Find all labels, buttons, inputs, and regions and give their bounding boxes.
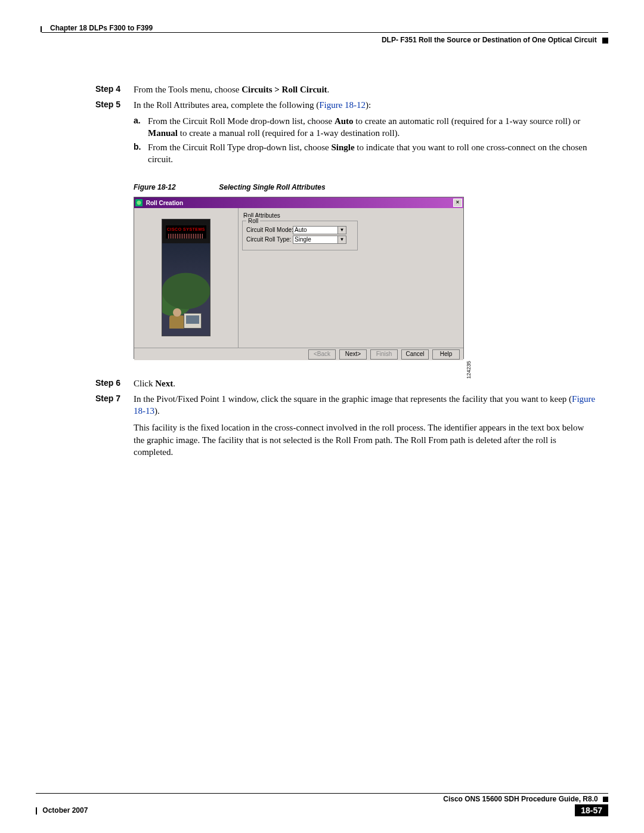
wizard-person: [168, 302, 203, 332]
step-6-body: Click Next.: [134, 377, 596, 389]
step-5a-t1: From the Circuit Roll Mode drop-down lis…: [148, 116, 335, 126]
footer-guide-text: Cisco ONS 15600 SDH Procedure Guide, R8.…: [443, 795, 597, 803]
step-5-text-b: ):: [366, 100, 371, 110]
step-4-bold: Circuits > Roll Circuit: [242, 85, 327, 94]
step-4-text-a: From the Tools menu, choose: [134, 85, 242, 94]
step-6-bold: Next: [155, 379, 173, 388]
step-7-t2: ).: [154, 406, 160, 416]
cancel-button[interactable]: Cancel: [401, 349, 429, 360]
roll-attributes-label: Roll Attributes: [243, 212, 461, 220]
page-content: Step 4 From the Tools menu, choose Circu…: [95, 83, 596, 458]
roll-type-value: Single: [293, 236, 338, 244]
footer-rule: [36, 793, 608, 794]
roll-type-row: Circuit Roll Type: Single ▼: [246, 236, 354, 244]
step-5b-body: From the Circuit Roll Type drop-down lis…: [148, 141, 596, 166]
page-number: 18-57: [575, 804, 608, 816]
step-5a-t3: to create a manual roll (required for a …: [178, 128, 400, 138]
back-button[interactable]: <Back: [308, 349, 336, 360]
step-6-label: Step 6: [95, 377, 134, 389]
dialog-icon: [135, 199, 143, 206]
footer-square-icon: [603, 797, 608, 802]
step-5a-b1: Auto: [335, 116, 354, 126]
figure-18-12: Roll Creation × CISCO SYSTEMS: [134, 197, 469, 361]
footer-tick: [36, 807, 37, 815]
header-tick: [41, 26, 42, 32]
roll-mode-row: Circuit Roll Mode: Auto ▼: [246, 226, 354, 234]
dialog-body: CISCO SYSTEMS: [134, 208, 463, 348]
step-7: Step 7 In the Pivot/Fixed Point 1 window…: [95, 393, 596, 458]
dialog-titlebar: Roll Creation ×: [134, 197, 463, 208]
figure-id: 124235: [465, 361, 472, 379]
figure-18-12-link[interactable]: Figure 18-12: [319, 100, 366, 110]
header-rule: [42, 32, 608, 33]
finish-button[interactable]: Finish: [370, 349, 398, 360]
figure-caption: Figure 18-12 Selecting Single Roll Attri…: [134, 182, 596, 192]
step-5-body: In the Roll Attributes area, complete th…: [134, 99, 596, 111]
figure-number: Figure 18-12: [134, 182, 217, 192]
step-5a-body: From the Circuit Roll Mode drop-down lis…: [148, 115, 596, 140]
step-4-body: From the Tools menu, choose Circuits > R…: [134, 83, 596, 95]
step-5-label: Step 5: [95, 99, 134, 111]
dialog-button-bar: <Back Next> Finish Cancel Help: [134, 348, 463, 360]
roll-creation-dialog: Roll Creation × CISCO SYSTEMS: [134, 197, 464, 359]
cisco-bars-icon: [168, 234, 204, 239]
step-6: Step 6 Click Next.: [95, 377, 596, 389]
dialog-main: Roll Attributes Roll Circuit Roll Mode: …: [239, 208, 463, 348]
roll-attributes-panel: Roll Attributes Roll Circuit Roll Mode: …: [241, 212, 461, 251]
cisco-logo-text: CISCO SYSTEMS: [167, 227, 205, 231]
step-7-body: In the Pivot/Fixed Point 1 window, click…: [134, 393, 596, 458]
section-title: DLP- F351 Roll the Source or Destination…: [382, 36, 608, 44]
roll-type-dropdown[interactable]: Single ▼: [293, 236, 346, 244]
roll-type-label: Circuit Roll Type:: [246, 236, 293, 244]
help-button[interactable]: Help: [432, 349, 460, 360]
roll-mode-label: Circuit Roll Mode:: [246, 226, 293, 234]
footer-date-text: October 2007: [42, 806, 88, 815]
dialog-title: Roll Creation: [146, 199, 183, 206]
figure-title: Selecting Single Roll Attributes: [219, 183, 325, 191]
step-5: Step 5 In the Roll Attributes area, comp…: [95, 99, 596, 111]
step-5a-t2: to create an automatic roll (required fo…: [354, 116, 581, 126]
step-6-text-a: Click: [134, 379, 155, 388]
step-5b-label: b.: [134, 141, 148, 166]
roll-group: Roll Circuit Roll Mode: Auto ▼ Circ: [242, 221, 358, 250]
step-7-label: Step 7: [95, 393, 134, 458]
step-5b-b1: Single: [331, 143, 354, 152]
step-5b-t1: From the Circuit Roll Type drop-down lis…: [148, 143, 331, 152]
step-7-t1: In the Pivot/Fixed Point 1 window, click…: [134, 394, 572, 404]
header-square-icon: [602, 38, 608, 44]
wizard-image: CISCO SYSTEMS: [162, 219, 210, 336]
wizard-sidebar: CISCO SYSTEMS: [134, 208, 239, 348]
footer-guide: Cisco ONS 15600 SDH Procedure Guide, R8.…: [36, 795, 608, 803]
step-7-para2: This facility is the fixed location in t…: [134, 423, 584, 457]
cisco-logo: CISCO SYSTEMS: [166, 225, 206, 239]
section-title-text: DLP- F351 Roll the Source or Destination…: [382, 36, 597, 44]
page-header: Chapter 18 DLPs F300 to F399 DLP- F351 R…: [42, 18, 608, 48]
chevron-down-icon[interactable]: ▼: [338, 226, 346, 234]
step-5b: b. From the Circuit Roll Type drop-down …: [134, 141, 596, 166]
step-5a-label: a.: [134, 115, 148, 140]
step-4-label: Step 4: [95, 83, 134, 95]
step-5-text-a: In the Roll Attributes area, complete th…: [134, 100, 319, 110]
step-4: Step 4 From the Tools menu, choose Circu…: [95, 83, 596, 95]
step-6-text-b: .: [173, 379, 175, 388]
chevron-down-icon[interactable]: ▼: [338, 236, 346, 244]
step-5a: a. From the Circuit Roll Mode drop-down …: [134, 115, 596, 140]
step-4-text-b: .: [327, 85, 330, 94]
roll-mode-dropdown[interactable]: Auto ▼: [293, 226, 346, 234]
step-5a-b2: Manual: [148, 128, 178, 138]
chapter-title: Chapter 18 DLPs F300 to F399: [48, 24, 155, 32]
page-footer: Cisco ONS 15600 SDH Procedure Guide, R8.…: [36, 793, 608, 816]
footer-date: October 2007: [36, 806, 88, 815]
next-button[interactable]: Next>: [339, 349, 367, 360]
roll-group-legend: Roll: [246, 217, 260, 225]
roll-mode-value: Auto: [293, 226, 338, 234]
close-icon[interactable]: ×: [453, 199, 462, 207]
